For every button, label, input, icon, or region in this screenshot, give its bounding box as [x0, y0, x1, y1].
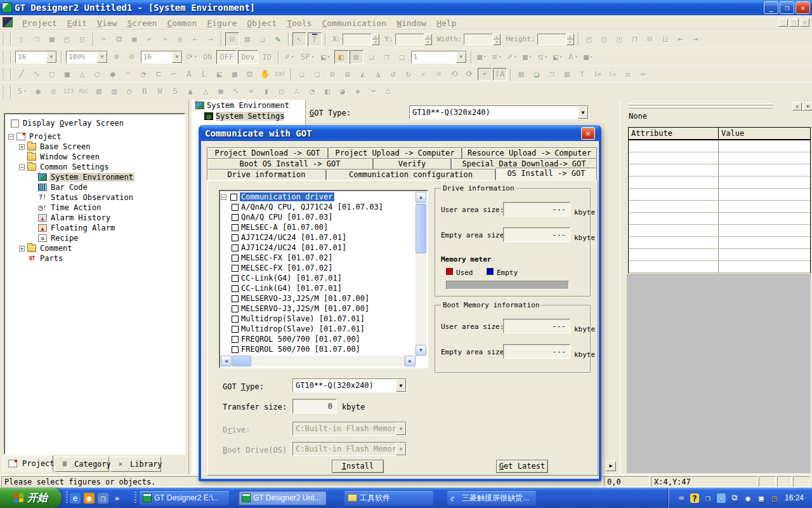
- menu-screen[interactable]: Screen: [122, 17, 162, 29]
- alarm-history-icon[interactable]: ▲: [183, 84, 197, 98]
- tab-verify[interactable]: Verify: [373, 158, 451, 169]
- align-top-icon[interactable]: ⊓: [628, 32, 642, 46]
- new-project-icon[interactable]: ◰: [60, 32, 74, 46]
- tree-item-common-settings[interactable]: −Common Settings: [4, 162, 185, 172]
- filled-area-icon[interactable]: ▩: [228, 68, 242, 81]
- draw-pen-icon[interactable]: ✎: [271, 32, 285, 46]
- statistics-graph-icon[interactable]: ◫: [275, 84, 289, 98]
- driver-checkbox[interactable]: [232, 346, 239, 353]
- quicklaunch-overflow-chevron[interactable]: »: [112, 493, 122, 504]
- menu-view[interactable]: View: [92, 17, 122, 29]
- pattern-icon[interactable]: ⧅▾: [536, 50, 550, 64]
- menu-tools[interactable]: Tools: [282, 17, 317, 29]
- display-overlay-screen-checkbox[interactable]: [11, 119, 19, 128]
- driver-item-aj71c24-uc24[interactable]: AJ71C24/UC24 [01.07.01]: [221, 232, 416, 243]
- parts-display-icon[interactable]: ❖: [351, 84, 365, 98]
- driver-checkbox[interactable]: [232, 285, 239, 292]
- data-list-icon[interactable]: ▤: [92, 84, 106, 98]
- tab-library[interactable]: Library: [110, 457, 161, 472]
- mdi-minimize-button[interactable]: _: [778, 18, 788, 27]
- driver-item-melsec-fx[interactable]: MELSEC-FX [01.07.02]: [221, 253, 416, 263]
- text-color-icon[interactable]: A▾: [566, 50, 580, 64]
- width-field[interactable]: [464, 34, 493, 45]
- send-back-icon[interactable]: ❑: [310, 68, 324, 81]
- layer-list-icon[interactable]: ▤: [350, 50, 363, 64]
- help-tray-icon[interactable]: ?: [690, 493, 699, 503]
- id-button[interactable]: ID: [259, 50, 275, 64]
- driver-item-melservo-j3-j2s-m[interactable]: MELSERVO-J3,J2S/M [01.07.00]: [221, 304, 416, 314]
- screen-image-icon[interactable]: ❏: [256, 32, 270, 46]
- font-size-combo[interactable]: 16▼: [15, 51, 57, 64]
- align-right-icon[interactable]: ◳: [613, 32, 627, 46]
- filled-circle-icon[interactable]: ●: [106, 68, 120, 81]
- communication-driver-checkbox[interactable]: [230, 194, 237, 201]
- polyline-icon[interactable]: ∿: [30, 68, 44, 81]
- chevron-down-icon[interactable]: ▾: [194, 54, 197, 60]
- tab-project-upload-computer[interactable]: Project Upload -> Computer: [328, 147, 462, 158]
- tab-resource-upload-computer[interactable]: Resource Upload -> Computer: [462, 147, 597, 158]
- open-icon[interactable]: ❒: [30, 32, 44, 46]
- menu-object[interactable]: Object: [242, 17, 282, 29]
- save-icon[interactable]: ▦: [45, 32, 59, 46]
- collapse-icon[interactable]: −: [221, 194, 226, 200]
- expand-icon[interactable]: +: [19, 246, 25, 251]
- editor-scroll-right-button[interactable]: ▶: [606, 461, 616, 471]
- chevron-down-icon[interactable]: ▾: [311, 54, 315, 60]
- stack-front-icon[interactable]: ❏: [365, 50, 379, 64]
- screen-list-icon[interactable]: ▤: [240, 32, 254, 46]
- taskbar-task-[interactable]: e三菱触摸屏很缺货...: [447, 490, 537, 505]
- select-arrow-icon[interactable]: ↖: [292, 32, 306, 46]
- dxf-icon[interactable]: DXF: [273, 68, 287, 81]
- line-style-icon[interactable]: ✐▾: [506, 50, 520, 64]
- tree-item-comment[interactable]: +Comment: [4, 243, 185, 253]
- chevron-down-icon[interactable]: ▾: [529, 54, 532, 60]
- on-button[interactable]: ON: [200, 50, 215, 64]
- driver-checkbox[interactable]: [232, 234, 239, 241]
- data-browser-icon[interactable]: ▥: [560, 68, 574, 81]
- group-icon[interactable]: ⧈: [325, 68, 339, 81]
- import-icon[interactable]: Im: [591, 68, 605, 81]
- collapse-icon[interactable]: −: [19, 164, 25, 170]
- paste-icon[interactable]: ▣: [128, 32, 141, 46]
- select-object-icon[interactable]: ǀA: [493, 68, 507, 81]
- tree-item-base-screen[interactable]: +Base Screen: [4, 142, 185, 152]
- state-fill-icon[interactable]: ⬕▾: [319, 50, 333, 64]
- menu-help[interactable]: Help: [431, 17, 461, 29]
- driver-checkbox[interactable]: [232, 255, 239, 262]
- driver-item-multidrop-slave[interactable]: Multidrop(Slave) [01.07.01]: [221, 324, 416, 334]
- tree-item-floating-alarm[interactable]: Floating Alarm: [4, 223, 185, 233]
- minimize-button[interactable]: _: [764, 1, 778, 14]
- driver-checkbox[interactable]: [232, 275, 239, 282]
- panel-grip[interactable]: [629, 104, 773, 109]
- edit-vertex-icon[interactable]: ✍: [417, 68, 431, 81]
- off-button[interactable]: OFF: [216, 50, 237, 64]
- ie-quicklaunch-icon[interactable]: e: [70, 493, 81, 504]
- comment-bit-icon[interactable]: B: [138, 84, 152, 98]
- volume-tray-icon[interactable]: ◉: [743, 493, 752, 503]
- rect-icon[interactable]: □: [45, 68, 59, 81]
- filled-rect-icon[interactable]: ■: [60, 68, 74, 81]
- driver-item-melsec-fx[interactable]: MELSEC-FX [01.07.02]: [221, 263, 416, 273]
- taskbar-task-gt-designer2-e[interactable]: GT Designer2 E:\...: [139, 490, 230, 505]
- same-height-icon[interactable]: ⇥: [689, 32, 703, 46]
- dev-button[interactable]: Dev: [238, 50, 258, 64]
- same-width-icon[interactable]: ⇤: [674, 32, 688, 46]
- grid-size-combo[interactable]: 16▼: [141, 51, 183, 64]
- bring-front-icon[interactable]: ❏: [295, 68, 309, 81]
- bar-graph-icon[interactable]: ▮: [259, 84, 273, 98]
- layer-combo[interactable]: 1▼: [411, 51, 467, 64]
- screen-call-icon[interactable]: ⧉: [243, 68, 257, 81]
- copy-style-icon[interactable]: ❏: [530, 68, 544, 81]
- menu-window[interactable]: Window: [391, 17, 431, 29]
- driver-item-aj71c24-uc24[interactable]: AJ71C24/UC24 [01.07.01]: [221, 243, 416, 253]
- bit-lamp-icon[interactable]: ◉: [31, 84, 45, 98]
- toolbar-grip[interactable]: [2, 68, 5, 81]
- alarm-list-icon[interactable]: △: [199, 84, 213, 98]
- zoom-in-icon[interactable]: ⊕: [110, 50, 124, 64]
- tree-item-recipe[interactable]: Recipe: [4, 233, 185, 243]
- taskbar-task-[interactable]: 工具软件: [344, 490, 434, 505]
- driver-checkbox[interactable]: [232, 214, 239, 221]
- driver-checkbox[interactable]: [232, 224, 239, 231]
- tab-drive-information[interactable]: Drive information: [207, 169, 326, 180]
- ascii-display-icon[interactable]: ASC: [77, 84, 91, 98]
